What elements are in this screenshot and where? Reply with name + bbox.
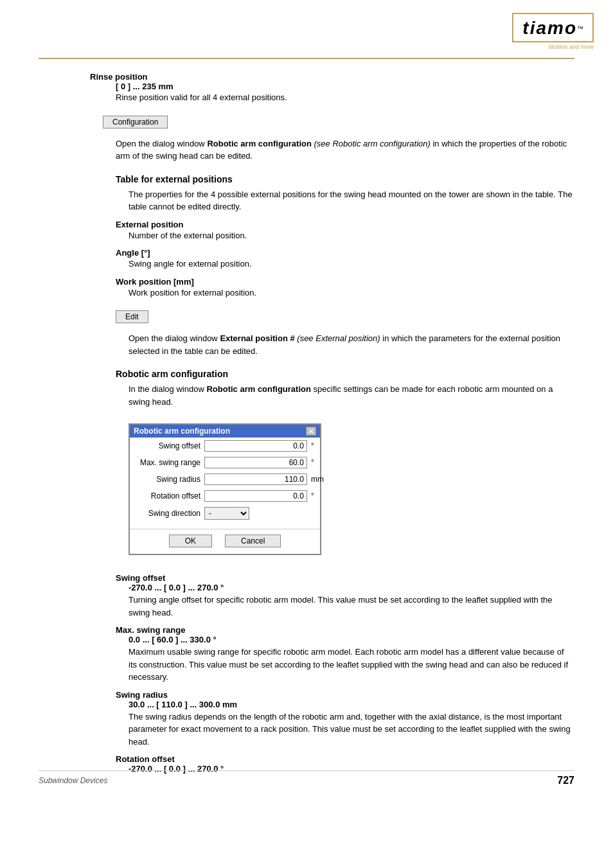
robotic-intro-bold: Robotic arm configuration	[206, 384, 311, 394]
logo-tagline: titration and more	[549, 44, 594, 50]
edit-see: (see External position)	[297, 333, 380, 343]
dialog-close-button[interactable]: ✕	[306, 427, 316, 436]
dialog-titlebar: Robotic arm configuration ✕	[130, 425, 320, 438]
table-section-heading: Table for external positions	[90, 174, 574, 184]
main-content: Rinse position [ 0 ] ... 235 mm Rinse po…	[39, 72, 574, 774]
work-position-desc: Work position for external position.	[90, 287, 574, 299]
dialog-row-swing-radius: Swing radius mm	[130, 471, 320, 488]
dialog-row-max-swing: Max. swing range °	[130, 454, 320, 471]
swing-radius-param-range: 30.0 ... [ 110.0 ] ... 300.0 mm	[90, 700, 574, 709]
external-position-desc: Number of the external position.	[90, 229, 574, 242]
robotic-intro: In the dialog window Robotic arm configu…	[90, 383, 574, 408]
angle-label: Angle [°]	[90, 248, 574, 258]
swing-direction-label: Swing direction	[136, 509, 200, 518]
dialog-row-swing-direction: Swing direction -	[130, 504, 320, 522]
max-swing-label: Max. swing range	[136, 458, 200, 467]
dialog-box: Robotic arm configuration ✕ Swing offset…	[129, 423, 321, 555]
dialog-ok-button[interactable]: OK	[169, 535, 212, 547]
swing-radius-param-label: Swing radius	[90, 690, 574, 700]
configuration-button[interactable]: Configuration	[103, 116, 168, 128]
table-intro: The properties for the 4 possible extern…	[90, 188, 574, 213]
swing-offset-param-range: -270.0 ... [ 0.0 ] ... 270.0 °	[90, 583, 574, 592]
edit-desc: Open the dialog window External position…	[90, 332, 574, 357]
edit-button[interactable]: Edit	[116, 310, 148, 323]
swing-offset-unit: °	[311, 441, 324, 450]
dialog-cancel-button[interactable]: Cancel	[225, 535, 281, 547]
swing-radius-input[interactable]	[204, 474, 307, 485]
rotation-offset-label: Rotation offset	[136, 492, 200, 500]
logo-box: tiamo™	[512, 13, 594, 42]
dialog-row-rotation-offset: Rotation offset °	[130, 488, 320, 504]
config-see: (see Robotic arm configuration)	[314, 139, 431, 148]
edit-bold: External position #	[220, 333, 294, 343]
logo-text: tiamo	[522, 18, 577, 38]
max-swing-param-desc: Maximum usable swing range for specific …	[90, 646, 574, 684]
footer-page: 727	[557, 775, 574, 786]
page-footer: Subwindow Devices 727	[39, 770, 574, 786]
swing-direction-select[interactable]: -	[204, 507, 249, 520]
logo-area: tiamo™ titration and more	[512, 13, 594, 50]
max-swing-param-label: Max. swing range	[90, 625, 574, 635]
rinse-position-label: Rinse position	[90, 72, 574, 82]
config-bold: Robotic arm configuration	[207, 139, 312, 148]
swing-radius-unit: mm	[311, 475, 324, 484]
angle-desc: Swing angle for external position.	[90, 258, 574, 270]
swing-radius-param-desc: The swing radius depends on the length o…	[90, 711, 574, 748]
rinse-position-range: [ 0 ] ... 235 mm	[90, 82, 574, 91]
swing-offset-param-desc: Turning angle offset for specific roboti…	[90, 594, 574, 619]
robotic-arm-dialog: Robotic arm configuration ✕ Swing offset…	[90, 423, 321, 555]
work-position-label: Work position [mm]	[90, 277, 574, 287]
page: tiamo™ titration and more Rinse position…	[0, 0, 613, 799]
dialog-title: Robotic arm configuration	[134, 427, 230, 436]
config-desc: Open the dialog window Robotic arm confi…	[90, 137, 574, 163]
external-position-label: External position	[90, 220, 574, 229]
rotation-offset-input[interactable]	[204, 490, 307, 502]
max-swing-unit: °	[311, 458, 324, 467]
rotation-offset-param-label: Rotation offset	[90, 754, 574, 764]
dialog-footer: OK Cancel	[130, 529, 320, 554]
robotic-section-heading: Robotic arm configuration	[90, 369, 574, 379]
swing-radius-label: Swing radius	[136, 475, 200, 484]
footer-left: Subwindow Devices	[39, 776, 107, 785]
max-swing-param-range: 0.0 ... [ 60.0 ] ... 330.0 °	[90, 635, 574, 644]
top-line	[39, 58, 574, 59]
max-swing-input[interactable]	[204, 457, 307, 468]
rotation-offset-unit: °	[311, 492, 324, 500]
logo-tm: ™	[577, 25, 583, 32]
rinse-position-desc: Rinse position valid for all 4 external …	[90, 91, 574, 104]
swing-offset-label: Swing offset	[136, 441, 200, 450]
swing-offset-param-label: Swing offset	[90, 573, 574, 583]
dialog-row-swing-offset: Swing offset °	[130, 438, 320, 454]
swing-offset-input[interactable]	[204, 440, 307, 452]
